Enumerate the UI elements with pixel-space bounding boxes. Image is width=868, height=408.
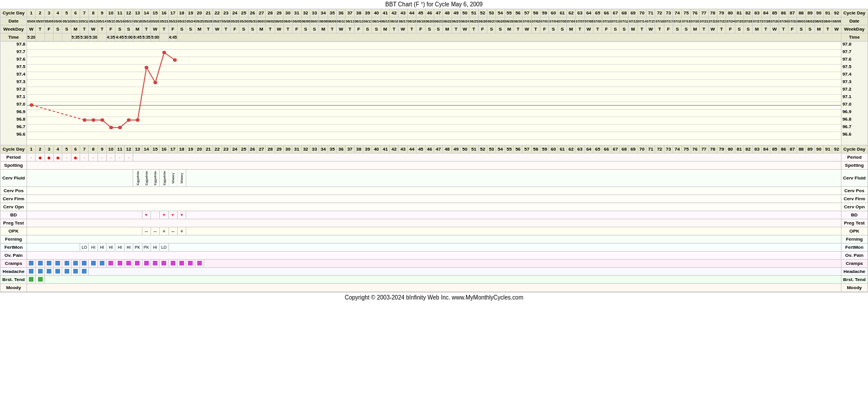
bd-row: BD ♥ ♥ ♥ ♥ BD — [1, 211, 868, 219]
brsttend-row: Brst. Tend Brst. Tend — [1, 276, 868, 284]
cervpos-row: Cerv Pos Cerv Pos — [1, 187, 868, 195]
cycleday-bottom-row: Cycle Day 123456789101112131415161718192… — [1, 145, 868, 154]
moody-row: Moody Moody — [1, 284, 868, 292]
cervfirm-row: Cerv Firm Cerv Firm — [1, 195, 868, 203]
weekday-row: WeekDay WTFSSMTWTFSSMTWTFSSMTWTFSSMTWTFS… — [1, 25, 868, 33]
cramps-row: Cramps Cramps — [1, 260, 868, 268]
svg-point-9 — [145, 66, 149, 69]
cycle-day-row: Cycle Day 123456789101112131415161718192… — [1, 9, 868, 17]
pregtest-row: Preg Test Preg Test — [1, 219, 868, 227]
opk-row: OPK – – + – + OPK — [1, 227, 868, 235]
time-row: Time 5:205:355:305:304:354:455:006:455:3… — [1, 33, 868, 42]
cervopn-row: Cerv Opn Cerv Opn — [1, 203, 868, 211]
svg-point-2 — [82, 118, 87, 122]
svg-point-3 — [92, 118, 96, 122]
cycleday-label: Cycle Day — [1, 9, 27, 17]
svg-line-0 — [32, 105, 85, 120]
fertmon-row: FertMon LO HI HI HI HI HI PK PK HI LO Fe… — [1, 244, 868, 252]
cycleday-label-right: Cycle Day — [841, 9, 867, 17]
headache-row: Headache Headache — [1, 268, 868, 276]
spotting-row: Spotting Spotting — [1, 162, 868, 170]
chart-title: BBT Chart (F °) for Cycle May 6, 2009 — [0, 0, 868, 9]
temp-graph-svg — [27, 42, 841, 139]
footer: Copyright © 2003-2024 bInfinity Web Inc.… — [0, 292, 868, 302]
svg-point-1 — [29, 103, 33, 107]
graph-row: 97.8 97.7 97.6 97.5 97.4 97.3 97.2 97.1 … — [1, 42, 868, 145]
svg-point-4 — [100, 118, 104, 122]
svg-point-5 — [109, 126, 113, 129]
svg-point-12 — [173, 58, 177, 62]
cervfluid-row: Cerv Fluid Eggwhite Eggwhite Eggwhite Eg… — [1, 170, 868, 187]
period-row: Period · ● ● ● · ● · · · · · · Period — [1, 154, 868, 162]
svg-point-11 — [162, 51, 166, 54]
svg-point-8 — [136, 118, 140, 122]
date-row: Date 05/0605/0705/0805/0905/1005/1105/12… — [1, 17, 868, 25]
ferning-row: Ferning Ferning — [1, 235, 868, 244]
svg-point-7 — [127, 118, 131, 122]
svg-point-6 — [118, 126, 122, 129]
bbt-table: Cycle Day 123456789101112131415161718192… — [0, 9, 868, 292]
svg-point-10 — [153, 81, 157, 84]
ovpain-row: Ov. Pain Ov. Pain — [1, 252, 868, 260]
